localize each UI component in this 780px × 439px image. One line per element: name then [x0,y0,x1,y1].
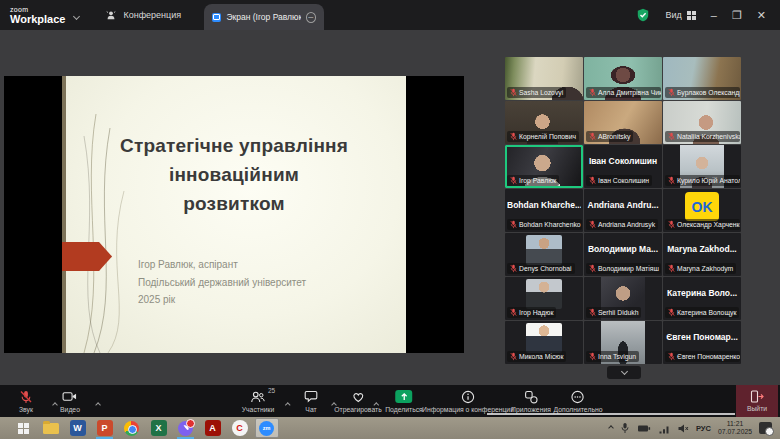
start-button[interactable] [10,417,37,439]
muted-mic-icon [510,88,517,97]
participant-photo-avatar [526,323,562,353]
participant-tile[interactable]: Sasha Lozovyi [505,57,583,100]
meetings-label: Конференция [123,10,181,20]
meetings-tab[interactable]: Конференция [105,9,181,21]
workspace-dropdown-icon[interactable] [73,12,80,19]
participants-button[interactable]: 25 Участники [242,385,274,417]
tray-time: 11:21 [718,420,752,428]
window-edge-highlight [487,413,735,415]
participant-name-label: Корнелій Попович [507,131,579,142]
tray-mic-icon[interactable] [620,422,630,434]
leave-button[interactable]: Выйти [736,385,778,417]
video-options-icon[interactable] [96,393,100,411]
participant-name-label: Sasha Lozovyi [507,87,566,98]
chat-button[interactable]: Чат [304,385,318,417]
muted-mic-icon [668,264,675,273]
share-screen-button[interactable]: Поделиться [385,385,423,417]
share-label: Поделиться [385,406,423,413]
muted-mic-icon [510,220,517,229]
notification-center-icon[interactable] [759,422,772,434]
participant-center-name: Євген Пономар... [665,332,739,342]
audio-button[interactable]: Звук [19,385,33,417]
screen-share-tab[interactable]: Экран (Ігор Равлюк) – [204,4,324,30]
participant-tile[interactable]: Євген Пономар...Євген Пономаренко [663,321,741,364]
folder-icon [43,423,59,434]
excel-button[interactable]: X [145,417,172,439]
slide-title: Стратегічне управління інноваційним розв… [87,131,381,218]
participants-icon: 25 [250,389,266,404]
participant-name-label: Бурлаков Олександр [665,87,740,98]
powerpoint-icon: P [97,420,113,436]
file-explorer-button[interactable] [37,417,64,439]
leave-label: Выйти [747,405,767,412]
leave-icon [750,390,764,403]
participant-tile[interactable]: Володимир Ма...Володимир Матіяш [584,233,662,276]
minimize-button[interactable]: – [711,10,717,21]
close-button[interactable]: ✕ [757,10,766,21]
word-button[interactable]: W [64,417,91,439]
participant-tile[interactable]: Inna Tsvigun [584,321,662,364]
participant-tile[interactable]: Микола Місюк [505,321,583,364]
participant-tile[interactable]: Denys Chornobai [505,233,583,276]
tab-label: Экран (Ігор Равлюк) [226,12,300,22]
muted-mic-icon [668,176,675,185]
powerpoint-button[interactable]: P [91,417,118,439]
slide-author: Ігор Равлюк, аспірант [138,256,306,274]
participants-collapse-button[interactable] [607,366,641,379]
acrobat-icon: A [205,420,221,436]
audio-options-icon[interactable] [53,393,57,411]
participant-tile[interactable]: Бурлаков Олександр [663,57,741,100]
participant-tile[interactable]: Bohdan Kharche...Bohdan Kharchenko [505,189,583,232]
participant-tile[interactable]: Іван СоколишинІван Соколишин [584,145,662,188]
participants-label: Участники [242,406,274,413]
maximize-button[interactable]: ❐ [732,10,742,21]
participant-tile[interactable]: Катерина Воло...Катерина Волощук [663,277,741,320]
participants-options-icon[interactable] [286,393,290,411]
battery-icon[interactable] [637,423,651,434]
speaker-icon[interactable] [677,423,689,434]
participant-name-label: Курило Юрій Анатол... [665,175,740,186]
viber-button[interactable] [172,417,199,439]
participant-tile[interactable]: Nataliia Korzhenivska [663,101,741,144]
participant-tile[interactable]: Алла Дмитрівна Чик... [584,57,662,100]
chrome-button[interactable] [118,417,145,439]
view-label: Вид [665,10,681,20]
participant-tile[interactable]: Ігор Равлюк [505,145,583,188]
taskbar-clock[interactable]: 11:21 07.07.2025 [718,420,752,436]
network-signal-icon[interactable] [658,423,670,434]
muted-mic-icon [589,308,596,317]
react-options-icon[interactable] [374,393,378,411]
view-button[interactable]: Вид [665,10,695,20]
comodo-button[interactable]: C [226,417,253,439]
more-icon [571,389,585,404]
participant-tile[interactable]: OKОлександр Харченко [663,189,741,232]
presentation-slide: Стратегічне управління інноваційним розв… [62,76,406,353]
participant-center-name: Володимир Ма... [586,244,660,254]
acrobat-button[interactable]: A [199,417,226,439]
participant-tile[interactable]: ABronitsky [584,101,662,144]
heart-icon [351,389,365,404]
language-indicator[interactable]: РУС [696,424,711,433]
participant-name-label: Serhii Didukh [586,307,641,318]
hidden-icons-chevron-icon[interactable] [608,425,614,431]
participant-name-label: Nataliia Korzhenivska [665,131,740,142]
participants-grid: Sasha LozovyiАлла Дмитрівна Чик...Бурлак… [505,57,741,364]
video-button[interactable]: Видео [60,385,80,417]
react-button[interactable]: Отреагировать [334,385,381,417]
logo-zoom-text: zoom [10,6,65,13]
zoom-app-icon: zm [259,421,274,436]
muted-mic-icon [510,132,517,141]
participant-tile[interactable]: Maryna Zakhod...Maryna Zakhodym [663,233,741,276]
participant-name-label: Володимир Матіяш [586,263,661,274]
participant-tile[interactable]: Serhii Didukh [584,277,662,320]
security-shield-icon[interactable] [636,8,650,22]
participant-name-label: Inna Tsvigun [586,351,639,362]
zoom-taskbar-button[interactable]: zm [253,417,280,439]
participant-tile[interactable]: Andriana Andru...Andriana Andrusyk [584,189,662,232]
muted-mic-icon [668,308,675,317]
muted-mic-icon [668,132,675,141]
participant-tile[interactable]: Ігор Надюк [505,277,583,320]
participant-tile[interactable]: Курило Юрій Анатол... [663,145,741,188]
participant-tile[interactable]: Корнелій Попович [505,101,583,144]
stop-share-icon[interactable]: – [306,12,316,23]
